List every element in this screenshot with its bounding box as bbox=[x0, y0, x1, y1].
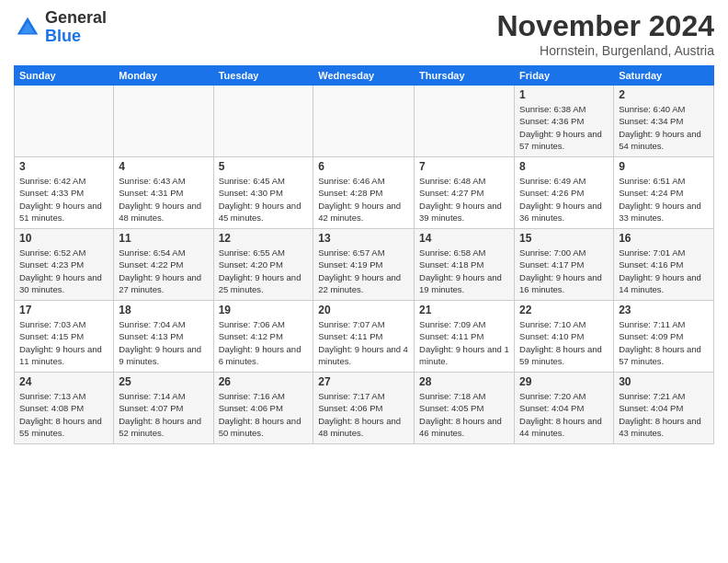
location: Hornstein, Burgenland, Austria bbox=[496, 43, 714, 58]
col-saturday: Saturday bbox=[614, 66, 714, 86]
day-number: 29 bbox=[519, 375, 609, 388]
col-thursday: Thursday bbox=[415, 66, 515, 86]
day-info: Sunrise: 7:18 AM Sunset: 4:05 PM Dayligh… bbox=[419, 390, 509, 439]
day-number: 19 bbox=[219, 304, 309, 316]
day-info: Sunrise: 7:11 AM Sunset: 4:09 PM Dayligh… bbox=[619, 318, 709, 367]
day-number: 8 bbox=[519, 160, 609, 173]
day-number: 7 bbox=[419, 160, 509, 173]
col-wednesday: Wednesday bbox=[313, 66, 415, 86]
calendar-cell: 4Sunrise: 6:43 AM Sunset: 4:31 PM Daylig… bbox=[114, 157, 213, 229]
calendar-week-3: 17Sunrise: 7:03 AM Sunset: 4:15 PM Dayli… bbox=[15, 301, 714, 373]
calendar-week-4: 24Sunrise: 7:13 AM Sunset: 4:08 PM Dayli… bbox=[15, 373, 714, 444]
day-info: Sunrise: 7:10 AM Sunset: 4:10 PM Dayligh… bbox=[519, 318, 609, 367]
day-info: Sunrise: 7:00 AM Sunset: 4:17 PM Dayligh… bbox=[519, 247, 609, 295]
calendar-cell bbox=[313, 86, 415, 157]
month-title: November 2024 bbox=[496, 9, 714, 43]
calendar-cell: 3Sunrise: 6:42 AM Sunset: 4:33 PM Daylig… bbox=[15, 157, 114, 229]
calendar-cell bbox=[213, 86, 313, 157]
day-number: 10 bbox=[19, 232, 108, 245]
calendar-cell: 12Sunrise: 6:55 AM Sunset: 4:20 PM Dayli… bbox=[213, 229, 313, 301]
day-info: Sunrise: 6:42 AM Sunset: 4:33 PM Dayligh… bbox=[19, 175, 108, 224]
day-info: Sunrise: 6:51 AM Sunset: 4:24 PM Dayligh… bbox=[619, 175, 709, 224]
day-number: 28 bbox=[419, 375, 509, 388]
day-number: 18 bbox=[119, 304, 208, 316]
calendar-cell: 25Sunrise: 7:14 AM Sunset: 4:07 PM Dayli… bbox=[114, 373, 213, 444]
calendar-cell: 24Sunrise: 7:13 AM Sunset: 4:08 PM Dayli… bbox=[15, 373, 114, 444]
day-info: Sunrise: 6:48 AM Sunset: 4:27 PM Dayligh… bbox=[419, 175, 509, 224]
day-info: Sunrise: 6:45 AM Sunset: 4:30 PM Dayligh… bbox=[219, 175, 309, 224]
calendar-cell: 15Sunrise: 7:00 AM Sunset: 4:17 PM Dayli… bbox=[515, 229, 614, 301]
day-number: 6 bbox=[318, 160, 409, 173]
calendar-cell: 7Sunrise: 6:48 AM Sunset: 4:27 PM Daylig… bbox=[415, 157, 515, 229]
day-info: Sunrise: 6:57 AM Sunset: 4:19 PM Dayligh… bbox=[318, 247, 409, 295]
calendar-cell: 19Sunrise: 7:06 AM Sunset: 4:12 PM Dayli… bbox=[213, 301, 313, 373]
calendar-cell: 23Sunrise: 7:11 AM Sunset: 4:09 PM Dayli… bbox=[614, 301, 714, 373]
day-number: 22 bbox=[519, 304, 609, 316]
day-info: Sunrise: 7:04 AM Sunset: 4:13 PM Dayligh… bbox=[119, 318, 208, 367]
day-info: Sunrise: 6:38 AM Sunset: 4:36 PM Dayligh… bbox=[519, 103, 609, 152]
day-number: 24 bbox=[19, 375, 108, 388]
day-number: 2 bbox=[619, 88, 709, 101]
col-friday: Friday bbox=[515, 66, 614, 86]
page: General Blue November 2024 Hornstein, Bu… bbox=[0, 0, 728, 563]
day-info: Sunrise: 6:46 AM Sunset: 4:28 PM Dayligh… bbox=[318, 175, 409, 224]
day-number: 23 bbox=[619, 304, 709, 316]
day-info: Sunrise: 7:01 AM Sunset: 4:16 PM Dayligh… bbox=[619, 247, 709, 295]
day-info: Sunrise: 7:06 AM Sunset: 4:12 PM Dayligh… bbox=[219, 318, 309, 367]
calendar-cell: 17Sunrise: 7:03 AM Sunset: 4:15 PM Dayli… bbox=[15, 301, 114, 373]
calendar-cell: 18Sunrise: 7:04 AM Sunset: 4:13 PM Dayli… bbox=[114, 301, 213, 373]
day-number: 26 bbox=[219, 375, 309, 388]
calendar-cell: 13Sunrise: 6:57 AM Sunset: 4:19 PM Dayli… bbox=[313, 229, 415, 301]
day-number: 25 bbox=[119, 375, 208, 388]
logo-blue: Blue bbox=[45, 27, 81, 45]
calendar-cell: 21Sunrise: 7:09 AM Sunset: 4:11 PM Dayli… bbox=[415, 301, 515, 373]
day-number: 20 bbox=[318, 304, 409, 316]
calendar-cell: 26Sunrise: 7:16 AM Sunset: 4:06 PM Dayli… bbox=[213, 373, 313, 444]
calendar-cell: 8Sunrise: 6:49 AM Sunset: 4:26 PM Daylig… bbox=[515, 157, 614, 229]
header: General Blue November 2024 Hornstein, Bu… bbox=[14, 9, 714, 58]
calendar-cell: 28Sunrise: 7:18 AM Sunset: 4:05 PM Dayli… bbox=[415, 373, 515, 444]
calendar-cell: 20Sunrise: 7:07 AM Sunset: 4:11 PM Dayli… bbox=[313, 301, 415, 373]
calendar-header-row: Sunday Monday Tuesday Wednesday Thursday… bbox=[15, 66, 714, 86]
day-number: 4 bbox=[119, 160, 208, 173]
calendar-cell bbox=[15, 86, 114, 157]
calendar-cell: 6Sunrise: 6:46 AM Sunset: 4:28 PM Daylig… bbox=[313, 157, 415, 229]
day-number: 14 bbox=[419, 232, 509, 245]
col-sunday: Sunday bbox=[15, 66, 114, 86]
day-number: 1 bbox=[519, 88, 609, 101]
day-number: 15 bbox=[519, 232, 609, 245]
day-info: Sunrise: 6:58 AM Sunset: 4:18 PM Dayligh… bbox=[419, 247, 509, 295]
logo-text: General Blue bbox=[45, 9, 107, 46]
day-info: Sunrise: 7:16 AM Sunset: 4:06 PM Dayligh… bbox=[219, 390, 309, 439]
calendar-cell: 29Sunrise: 7:20 AM Sunset: 4:04 PM Dayli… bbox=[515, 373, 614, 444]
col-tuesday: Tuesday bbox=[213, 66, 313, 86]
calendar-cell: 22Sunrise: 7:10 AM Sunset: 4:10 PM Dayli… bbox=[515, 301, 614, 373]
logo-icon bbox=[14, 14, 41, 41]
day-info: Sunrise: 6:55 AM Sunset: 4:20 PM Dayligh… bbox=[219, 247, 309, 295]
day-number: 17 bbox=[19, 304, 108, 316]
calendar-week-1: 3Sunrise: 6:42 AM Sunset: 4:33 PM Daylig… bbox=[15, 157, 714, 229]
day-number: 5 bbox=[219, 160, 309, 173]
day-info: Sunrise: 6:54 AM Sunset: 4:22 PM Dayligh… bbox=[119, 247, 208, 295]
calendar-cell: 9Sunrise: 6:51 AM Sunset: 4:24 PM Daylig… bbox=[614, 157, 714, 229]
day-number: 13 bbox=[318, 232, 409, 245]
calendar: Sunday Monday Tuesday Wednesday Thursday… bbox=[14, 65, 714, 444]
calendar-week-0: 1Sunrise: 6:38 AM Sunset: 4:36 PM Daylig… bbox=[15, 86, 714, 157]
calendar-cell: 14Sunrise: 6:58 AM Sunset: 4:18 PM Dayli… bbox=[415, 229, 515, 301]
calendar-cell bbox=[114, 86, 213, 157]
calendar-cell: 11Sunrise: 6:54 AM Sunset: 4:22 PM Dayli… bbox=[114, 229, 213, 301]
day-info: Sunrise: 7:09 AM Sunset: 4:11 PM Dayligh… bbox=[419, 318, 509, 367]
calendar-week-2: 10Sunrise: 6:52 AM Sunset: 4:23 PM Dayli… bbox=[15, 229, 714, 301]
day-number: 30 bbox=[619, 375, 709, 388]
calendar-cell: 1Sunrise: 6:38 AM Sunset: 4:36 PM Daylig… bbox=[515, 86, 614, 157]
title-section: November 2024 Hornstein, Burgenland, Aus… bbox=[496, 9, 714, 58]
day-number: 11 bbox=[119, 232, 208, 245]
day-number: 27 bbox=[318, 375, 409, 388]
day-number: 16 bbox=[619, 232, 709, 245]
day-info: Sunrise: 6:43 AM Sunset: 4:31 PM Dayligh… bbox=[119, 175, 208, 224]
day-info: Sunrise: 7:21 AM Sunset: 4:04 PM Dayligh… bbox=[619, 390, 709, 439]
calendar-cell: 30Sunrise: 7:21 AM Sunset: 4:04 PM Dayli… bbox=[614, 373, 714, 444]
logo-general: General bbox=[45, 8, 107, 27]
day-number: 3 bbox=[19, 160, 108, 173]
calendar-cell: 2Sunrise: 6:40 AM Sunset: 4:34 PM Daylig… bbox=[614, 86, 714, 157]
